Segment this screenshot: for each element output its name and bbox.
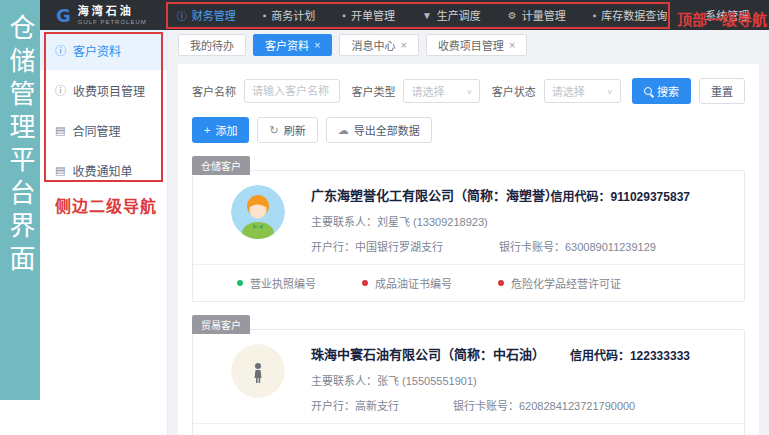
sidebar-item-charge-item-mgmt[interactable]: ⓘ 收费项目管理 xyxy=(40,70,167,110)
nav-item-billing[interactable]: ▪ 开单管理 xyxy=(342,7,395,23)
bank-label: 开户行： xyxy=(311,400,355,412)
export-button[interactable]: ☁ 导出全部数据 xyxy=(326,117,432,143)
avatar xyxy=(231,344,285,398)
nav-item-business-plan[interactable]: ▪ 商务计划 xyxy=(263,7,316,23)
certificate-row: 营业执照编号 成品油证书编号 危险化学品经营许可证 xyxy=(193,423,744,435)
contact-value: 刘星飞 (13309218923) xyxy=(377,213,488,229)
select-placeholder: 请选择 xyxy=(411,83,444,99)
search-button[interactable]: 搜索 xyxy=(632,78,691,104)
primary-nav: ⓘ 财务管理 ▪ 商务计划 ▪ 开单管理 ▼ 生产调度 ⚙ 计量管理 ▪ 库存数… xyxy=(177,7,750,23)
add-button-label: 添加 xyxy=(215,122,237,138)
nav-item-finance[interactable]: ⓘ 财务管理 xyxy=(177,7,236,23)
nav-item-metering[interactable]: ⚙ 计量管理 xyxy=(508,7,566,23)
annotation-label-sidebar: 侧边二级导航 xyxy=(55,193,157,217)
cert-label: 营业执照编号 xyxy=(250,275,316,291)
tab-charge-item-mgmt[interactable]: 收费项目管理 × xyxy=(426,34,527,56)
customer-card: 贸易客户 珠海中寰石油有限公司（简称：中石油） xyxy=(192,329,745,435)
nav-label: 财务管理 xyxy=(192,7,236,23)
tab-bar: 我的待办 客户资料 × 消息中心 × 收费项目管理 × xyxy=(168,30,769,60)
bank-value: 中国银行罗湖支行 xyxy=(355,241,443,253)
tab-label: 收费项目管理 xyxy=(438,37,504,53)
contact-line: 主要联系人： 刘星飞 (13309218923) xyxy=(311,213,656,229)
export-button-label: 导出全部数据 xyxy=(354,122,420,138)
nav-label: 生产调度 xyxy=(437,7,481,23)
customer-status-label: 客户状态 xyxy=(492,83,536,99)
nav-item-inventory-query[interactable]: ▪ 库存数据查询 xyxy=(593,7,668,23)
close-icon[interactable]: × xyxy=(509,40,515,51)
inventory-icon: ▪ xyxy=(593,10,597,21)
plan-icon: ▪ xyxy=(263,10,267,21)
customer-info-panel: 客户名称 客户类型 请选择 ∨ 客户状态 请选择 ∨ 搜索 xyxy=(178,64,759,435)
cert-business-license[interactable]: 营业执照编号 xyxy=(237,275,316,291)
search-button-label: 搜索 xyxy=(657,83,679,99)
customer-type-select[interactable]: 请选择 ∨ xyxy=(403,79,480,103)
tab-label: 客户资料 xyxy=(265,37,309,53)
bank-label: 开户行： xyxy=(311,241,355,253)
tab-customer-info[interactable]: 客户资料 × xyxy=(253,34,332,56)
customer-name-input[interactable] xyxy=(244,79,340,103)
sidebar-item-charge-notice[interactable]: ▤ 收费通知单 xyxy=(40,150,167,190)
bank-value: 高新支行 xyxy=(355,400,399,412)
logo-text: 海湾石油 GULF PETROLEUM xyxy=(78,6,147,25)
sidebar-item-label: 收费通知单 xyxy=(72,162,132,179)
select-placeholder: 请选择 xyxy=(552,83,585,99)
certificate-row: 营业执照编号 成品油证书编号 危险化学品经营许可证 xyxy=(193,264,744,301)
bank-card-value: 6208284123721790000 xyxy=(519,400,635,412)
plus-icon: + xyxy=(204,125,210,136)
logo-icon: G xyxy=(56,5,71,26)
brand-subtitle: GULF PETROLEUM xyxy=(78,19,147,25)
sidebar-item-label: 合同管理 xyxy=(72,122,120,139)
nav-item-production-dispatch[interactable]: ▼ 生产调度 xyxy=(422,7,481,23)
bank-line: 开户行：中国银行罗湖支行 银行卡账号：630089011239129 xyxy=(311,238,656,254)
customer-card-body: 广东海塑誉化工有限公司（简称：海塑誉） 主要联系人： 刘星飞 (13309218… xyxy=(193,171,744,264)
contact-value: 张飞 (15505551901) xyxy=(377,372,477,388)
status-dot xyxy=(362,280,368,286)
cert-hazardous-chemicals[interactable]: 危险化学品经营许可证 xyxy=(498,275,621,291)
bank-part: 开户行：高新支行 xyxy=(311,397,453,413)
nav-label: 库存数据查询 xyxy=(601,7,667,23)
add-button[interactable]: + 添加 xyxy=(192,117,249,143)
reset-button[interactable]: 重置 xyxy=(699,78,745,104)
refresh-button[interactable]: ↻ 刷新 xyxy=(257,117,317,143)
refresh-icon: ↻ xyxy=(269,125,278,136)
close-icon[interactable]: × xyxy=(314,40,320,51)
contact-label: 主要联系人： xyxy=(311,372,377,388)
chevron-down-icon: ∨ xyxy=(607,87,613,94)
tab-label: 我的待办 xyxy=(190,37,234,53)
status-dot xyxy=(498,280,504,286)
brand-name: 海湾石油 xyxy=(78,6,147,17)
search-icon xyxy=(644,87,652,95)
customer-status-select[interactable]: 请选择 ∨ xyxy=(544,79,621,103)
billing-icon: ▪ xyxy=(342,10,346,21)
book-icon: ▤ xyxy=(55,164,65,177)
contact-line: 主要联系人： 张飞 (15505551901) xyxy=(311,372,635,388)
bank-card-value: 630089011239129 xyxy=(565,241,656,253)
annotation-label-top-nav: 顶部一级导航 xyxy=(677,8,767,29)
credit-code: 信用代码：122333333 xyxy=(570,346,690,363)
close-icon[interactable]: × xyxy=(400,40,406,51)
platform-title: 仓储管理平台界面 xyxy=(0,14,40,278)
logo[interactable]: G 海湾石油 GULF PETROLEUM xyxy=(56,5,147,26)
nav-label: 商务计划 xyxy=(271,7,315,23)
book-icon: ▤ xyxy=(55,124,65,137)
nav-label: 计量管理 xyxy=(522,7,566,23)
credit-value: 911029375837 xyxy=(611,190,690,204)
customer-card-body: 珠海中寰石油有限公司（简称：中石油） 主要联系人： 张飞 (1550555190… xyxy=(193,330,744,423)
bank-card-part: 银行卡账号：6208284123721790000 xyxy=(453,397,635,413)
contact-label: 主要联系人： xyxy=(311,213,377,229)
tab-my-todo[interactable]: 我的待办 xyxy=(178,34,246,56)
sidebar-item-contract-mgmt[interactable]: ▤ 合同管理 xyxy=(40,110,167,150)
tab-message-center[interactable]: 消息中心 × xyxy=(339,34,418,56)
nav-label: 开单管理 xyxy=(351,7,395,23)
cert-label: 成品油证书编号 xyxy=(375,275,452,291)
dispatch-icon: ▼ xyxy=(422,10,432,21)
tab-label: 消息中心 xyxy=(351,37,395,53)
bank-card-label: 银行卡账号： xyxy=(453,400,519,412)
info-circle-icon: ⓘ xyxy=(55,42,66,58)
bank-part: 开户行：中国银行罗湖支行 xyxy=(311,238,499,254)
cert-refined-oil[interactable]: 成品油证书编号 xyxy=(362,275,452,291)
sidebar: ⓘ 客户资料 ⓘ 收费项目管理 ▤ 合同管理 ▤ 收费通知单 xyxy=(40,30,168,435)
gear-icon: ⚙ xyxy=(508,10,517,21)
sidebar-item-customer-info[interactable]: ⓘ 客户资料 xyxy=(40,30,167,70)
main-content: 我的待办 客户资料 × 消息中心 × 收费项目管理 × 客户名称 客户类型 xyxy=(168,30,769,435)
